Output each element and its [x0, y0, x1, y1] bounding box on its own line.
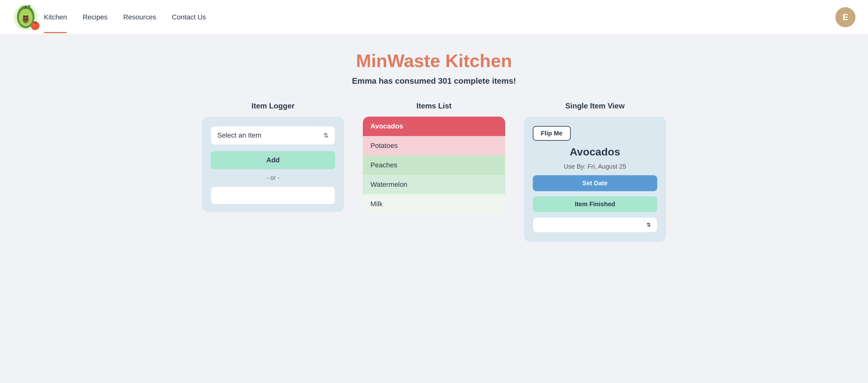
item-select-wrapper[interactable]: Select an Item ⇅ [211, 126, 335, 145]
list-item[interactable]: Peaches [363, 155, 505, 175]
svg-point-9 [33, 24, 35, 26]
item-text-input[interactable] [211, 187, 335, 204]
item-logger-column: Item Logger Select an Item ⇅ Add - or - [202, 101, 344, 212]
item-select-arrows-icon: ⇅ [323, 132, 329, 139]
nav-links: Kitchen Recipes Resources Contact Us [44, 13, 206, 21]
svg-point-4 [23, 15, 25, 17]
user-avatar[interactable]: E [835, 7, 856, 27]
or-divider: - or - [211, 174, 335, 182]
bottom-select-arrows-icon: ⇅ [647, 222, 651, 228]
page-subtitle: Emma has consumed 301 complete items! [202, 76, 666, 86]
nav-item-resources[interactable]: Resources [123, 13, 156, 21]
columns-layout: Item Logger Select an Item ⇅ Add - or - … [202, 101, 666, 242]
item-name: Avocados [570, 146, 620, 158]
main-content: MinWaste Kitchen Emma has consumed 301 c… [183, 34, 685, 255]
items-list-card: Avocados Potatoes Peaches Watermelon Mil… [363, 117, 505, 214]
single-item-title: Single Item View [524, 101, 666, 110]
page-title: MinWaste Kitchen [202, 50, 666, 71]
navbar: Kitchen Recipes Resources Contact Us E [0, 0, 868, 34]
list-item[interactable]: Avocados [363, 117, 505, 136]
svg-point-5 [26, 15, 28, 17]
bottom-select-wrapper[interactable]: ⇅ [533, 217, 657, 232]
add-button[interactable]: Add [211, 151, 335, 169]
item-logger-title: Item Logger [202, 101, 344, 110]
nav-item-kitchen[interactable]: Kitchen [44, 13, 67, 21]
items-list-column: Items List Avocados Potatoes Peaches Wat… [363, 101, 505, 214]
use-by-date: Use By: Fri, August 25 [564, 163, 626, 170]
list-item[interactable]: Watermelon [363, 175, 505, 194]
list-item[interactable]: Potatoes [363, 136, 505, 155]
flip-me-button[interactable]: Flip Me [533, 126, 571, 141]
item-finished-button[interactable]: Item Finished [533, 196, 657, 212]
single-item-column: Single Item View Flip Me Avocados Use By… [524, 101, 666, 242]
items-list-title: Items List [363, 101, 505, 110]
single-item-card: Flip Me Avocados Use By: Fri, August 25 … [524, 117, 666, 242]
svg-point-10 [34, 22, 36, 24]
nav-item-contact[interactable]: Contact Us [172, 13, 206, 21]
set-date-button[interactable]: Set Date [533, 175, 657, 191]
list-item[interactable]: Milk [363, 194, 505, 214]
svg-point-11 [36, 23, 38, 24]
item-logger-card: Select an Item ⇅ Add - or - [202, 117, 344, 212]
logo [12, 3, 44, 31]
nav-item-recipes[interactable]: Recipes [83, 13, 107, 21]
item-select-label: Select an Item [217, 131, 261, 139]
